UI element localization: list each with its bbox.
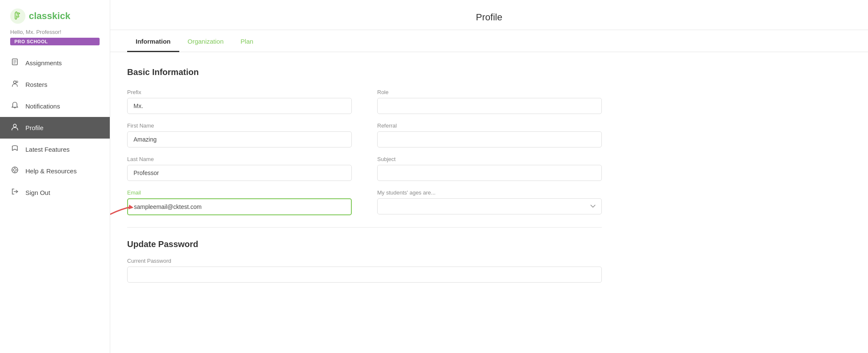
students-ages-group: My students' ages are... [377,189,602,215]
sidebar-item-notifications[interactable]: Notifications [0,95,110,117]
subject-label: Subject [377,156,602,162]
sidebar-item-assignments[interactable]: Assignments [0,52,110,74]
prefix-input[interactable] [127,98,352,114]
first-name-input[interactable] [127,131,352,147]
email-group: Email [127,189,352,215]
sidebar-item-help-resources[interactable]: Help & Resources [0,160,110,182]
page-title: Profile [110,0,868,30]
logo-container: classkick [0,8,110,27]
sidebar-navigation: Assignments Rosters Notifications [0,52,110,203]
students-ages-label: My students' ages are... [377,189,602,196]
sidebar-greeting: Hello, Mx. Professor! [0,27,110,37]
form-divider [127,227,602,228]
subject-group: Subject [377,156,602,181]
subject-input[interactable] [377,165,602,181]
role-input[interactable] [377,98,602,114]
role-group: Role [377,89,602,114]
last-name-label: Last Name [127,156,352,162]
current-password-label: Current Password [127,258,602,264]
sidebar-item-sign-out[interactable]: Sign Out [0,182,110,203]
svg-point-7 [16,81,18,83]
sign-out-icon [10,188,19,197]
sidebar-item-rosters[interactable]: Rosters [0,74,110,95]
rosters-icon [10,80,19,89]
current-password-input[interactable] [127,267,602,283]
logo-text: classkick [29,11,70,22]
first-name-label: First Name [127,122,352,129]
latest-features-icon [10,145,19,154]
svg-point-10 [14,169,16,171]
sidebar-item-profile[interactable]: Profile [0,117,110,139]
prefix-label: Prefix [127,89,352,95]
sign-out-label: Sign Out [25,189,50,196]
profile-icon [10,123,19,133]
profile-label: Profile [25,124,44,131]
email-input[interactable] [127,198,352,215]
tab-bar: Information Organization Plan [110,30,868,52]
update-password-title: Update Password [127,239,602,249]
last-name-input[interactable] [127,165,352,181]
svg-point-8 [14,124,17,127]
tab-information[interactable]: Information [127,30,179,52]
notifications-icon [10,101,19,111]
rosters-label: Rosters [25,81,47,88]
content-area: Basic Information Prefix Role First Name… [110,52,619,298]
referral-label: Referral [377,122,602,129]
email-label: Email [127,189,352,196]
svg-point-1 [19,13,20,14]
main-content: Profile Information Organization Plan Ba… [110,0,868,353]
last-name-group: Last Name [127,156,352,181]
tab-plan[interactable]: Plan [232,30,262,52]
first-name-group: First Name [127,122,352,147]
form-grid: Prefix Role First Name Referral Last Nam… [127,89,602,215]
svg-point-0 [10,8,25,24]
sidebar: classkick Hello, Mx. Professor! PRO SCHO… [0,0,110,353]
classkick-logo-icon [10,8,25,24]
latest-features-label: Latest Features [25,146,70,153]
help-resources-label: Help & Resources [25,167,77,175]
svg-point-6 [14,81,16,83]
notifications-label: Notifications [25,103,60,110]
tab-organization[interactable]: Organization [179,30,232,52]
prefix-group: Prefix [127,89,352,114]
pro-badge: PRO SCHOOL [10,38,100,45]
referral-input[interactable] [377,131,602,147]
sidebar-item-latest-features[interactable]: Latest Features [0,139,110,160]
referral-group: Referral [377,122,602,147]
help-resources-icon [10,166,19,176]
basic-information-title: Basic Information [127,67,602,77]
assignments-label: Assignments [25,59,62,67]
students-ages-select[interactable] [377,198,602,214]
role-label: Role [377,89,602,95]
current-password-group: Current Password [127,258,602,283]
assignments-icon [10,58,19,68]
